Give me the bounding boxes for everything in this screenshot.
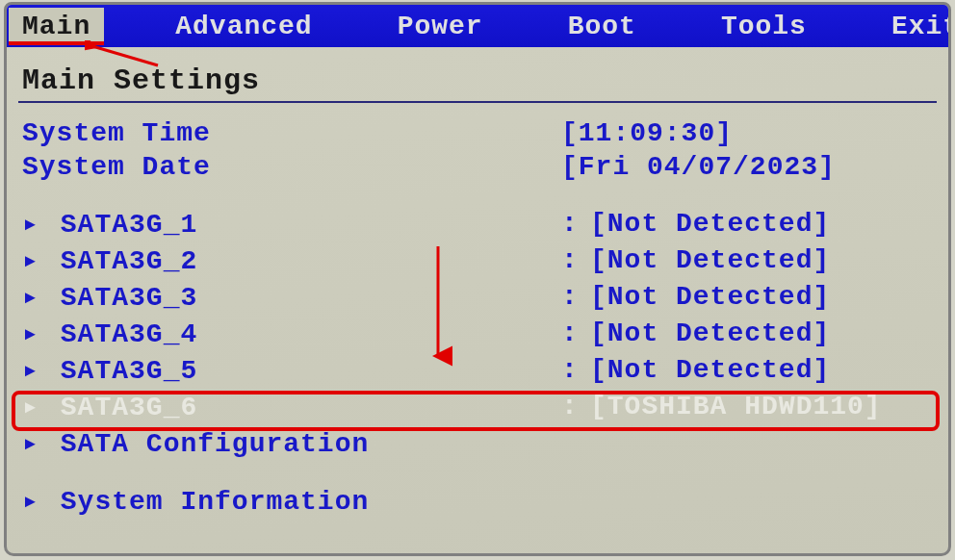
menu-main[interactable]: Main [9, 8, 104, 45]
system-time-value[interactable]: [11:09:30] [561, 118, 933, 148]
sata-port-label: SATA3G_4 [61, 319, 197, 349]
sata-configuration-label: SATA Configuration [61, 429, 369, 459]
sata-port-row-selected[interactable]: ▸ SATA3G_6 : [TOSHIBA HDWD110] [16, 388, 939, 424]
separator: : [561, 282, 590, 312]
sata-port-value: [TOSHIBA HDWD110] [590, 392, 933, 421]
submenu-arrow-icon: ▸ [22, 390, 43, 422]
submenu-arrow-icon: ▸ [22, 280, 43, 313]
menu-bar: Main Advanced Power Boot Tools Exit [7, 5, 948, 47]
sata-port-value: [Not Detected] [590, 209, 933, 239]
system-date-value[interactable]: [Fri 04/07/2023] [561, 152, 933, 182]
menu-boot[interactable]: Boot [555, 8, 650, 45]
sata-port-value: [Not Detected] [590, 245, 933, 275]
sata-port-label: SATA3G_1 [61, 210, 197, 240]
menu-advanced[interactable]: Advanced [162, 8, 325, 45]
sata-configuration-row[interactable]: ▸ SATA Configuration [16, 424, 939, 461]
sata-port-row[interactable]: ▸ SATA3G_4 : [Not Detected] [16, 315, 939, 351]
submenu-arrow-icon: ▸ [22, 426, 43, 459]
sata-port-label: SATA3G_6 [61, 393, 197, 422]
system-date-row[interactable]: System Date [Fri 04/07/2023] [16, 150, 939, 184]
submenu-arrow-icon: ▸ [22, 207, 43, 240]
separator: : [561, 245, 590, 275]
system-date-label: System Date [22, 152, 561, 182]
sata-port-label: SATA3G_3 [61, 283, 197, 313]
sata-port-row[interactable]: ▸ SATA3G_2 : [Not Detected] [16, 242, 939, 278]
submenu-arrow-icon: ▸ [22, 317, 43, 349]
menu-power[interactable]: Power [384, 8, 497, 45]
system-time-row[interactable]: System Time [11:09:30] [16, 116, 939, 150]
sata-port-value: [Not Detected] [590, 318, 933, 348]
sata-port-row[interactable]: ▸ SATA3G_3 : [Not Detected] [16, 278, 939, 315]
system-time-label: System Time [22, 118, 561, 148]
menu-tools[interactable]: Tools [708, 8, 820, 45]
sata-port-value: [Not Detected] [590, 355, 933, 385]
sata-port-label: SATA3G_5 [61, 356, 197, 386]
sata-port-row[interactable]: ▸ SATA3G_5 : [Not Detected] [16, 351, 939, 388]
page-title: Main Settings [16, 64, 939, 97]
sata-port-label: SATA3G_2 [61, 246, 197, 276]
separator: : [561, 318, 590, 348]
content-area: Main Settings System Time [11:09:30] Sys… [7, 47, 948, 519]
separator: : [561, 392, 590, 421]
bios-screen: Main Advanced Power Boot Tools Exit Main… [4, 2, 951, 556]
system-information-label: System Information [61, 487, 369, 517]
separator: : [561, 355, 590, 385]
menu-exit[interactable]: Exit [878, 8, 951, 45]
submenu-arrow-icon: ▸ [22, 484, 43, 517]
sata-port-row[interactable]: ▸ SATA3G_1 : [Not Detected] [16, 205, 939, 242]
submenu-arrow-icon: ▸ [22, 243, 43, 276]
sata-port-value: [Not Detected] [590, 282, 933, 312]
separator: : [561, 209, 590, 239]
submenu-arrow-icon: ▸ [22, 353, 43, 386]
system-information-row[interactable]: ▸ System Information [16, 482, 939, 519]
divider [18, 101, 937, 103]
